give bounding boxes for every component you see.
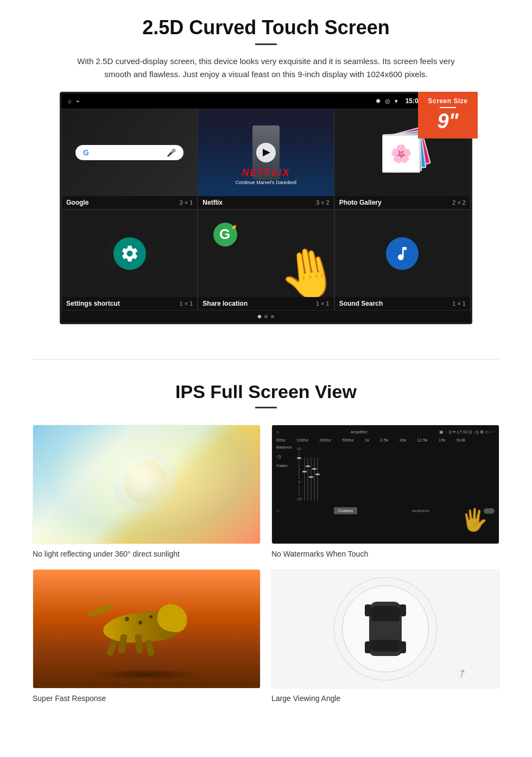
section2-underline — [255, 407, 277, 408]
share-app-size: 1 × 1 — [316, 300, 330, 307]
loudness-label: loudness — [412, 508, 429, 513]
status-left-icons: ⌂ ⌁ — [68, 98, 200, 105]
eq-group-2 — [304, 457, 305, 501]
app-cell-netflix[interactable]: NETFLIX Continue Marvel's Daredevil Netf… — [198, 109, 334, 210]
device-wrapper: Screen Size 9" ⌂ ⌁ ✱ ◎ ▾ 15:06 — [33, 92, 499, 324]
feature-item-watermark: ⌂ Amplifier ▣ ·· ◎ ▾ 17:33 ⊡ ◁) ⊠ ▭ ← 60… — [271, 425, 499, 558]
section-curved-screen: 2.5D Curved Touch Screen With 2.5D curve… — [0, 0, 532, 337]
section-ips: IPS Full Screen View No light reflecting… — [0, 381, 532, 719]
sound-app-name: Sound Search — [339, 300, 383, 307]
outer-circle — [334, 577, 437, 680]
photogallery-label-row: Photo Gallery 2 × 2 — [335, 196, 470, 209]
share-label-row: Share location 1 × 1 — [198, 297, 333, 310]
amp-prev-icon: ‹‹ — [276, 508, 279, 513]
page-indicator — [61, 311, 471, 323]
feature-item-angle: ↗ Large Viewing Angle — [271, 569, 499, 703]
netflix-app-name: Netflix — [202, 199, 223, 206]
photogallery-app-name: Photo Gallery — [339, 199, 382, 206]
sound-content — [335, 210, 470, 297]
amp-left-labels: Balance ◁) Fader 10 0 — [276, 445, 495, 503]
sky-image — [33, 425, 260, 544]
music-note-icon — [394, 245, 411, 262]
dot-2 — [264, 315, 268, 318]
eq-track-1 — [299, 452, 300, 479]
wifi-icon: ▾ — [395, 98, 398, 105]
google-mic-icon[interactable]: 🎤 — [167, 148, 176, 157]
feature-img-response — [33, 569, 261, 689]
amp-title: Amplifier — [351, 430, 368, 434]
badge-line — [440, 107, 456, 108]
feature-img-light — [33, 425, 261, 544]
google-app-name: Google — [66, 199, 88, 206]
settings-content — [62, 210, 197, 297]
section1-description: With 2.5D curved-display screen, this de… — [76, 55, 456, 81]
share-content: G 🤚 — [198, 210, 333, 297]
app-cell-settings[interactable]: Settings shortcut 1 × 1 — [61, 210, 198, 311]
share-app-name: Share location — [202, 300, 248, 307]
feature-item-response: Super Fast Response — [33, 569, 261, 703]
google-content: G 🎤 — [62, 109, 197, 196]
netflix-content: NETFLIX Continue Marvel's Daredevil — [198, 109, 333, 196]
settings-app-name: Settings shortcut — [66, 300, 120, 307]
eq-group-5 — [314, 457, 315, 501]
google-app-size: 3 × 1 — [180, 199, 193, 206]
custom-button[interactable]: Custom — [334, 507, 358, 514]
eq-group-3 — [307, 457, 308, 501]
badge-size: 9" — [426, 110, 470, 133]
feature-label-response: Super Fast Response — [33, 694, 261, 703]
eq-bars: 10 0 -10 — [296, 445, 495, 503]
settings-icon-circle — [113, 237, 146, 270]
eq-group-1: 10 0 -10 — [296, 447, 302, 501]
home-icon[interactable]: ⌂ — [68, 98, 72, 104]
app-cell-google[interactable]: G 🎤 Google 3 × 1 — [61, 109, 198, 210]
location-icon: ◎ — [385, 98, 390, 105]
bluetooth-icon: ✱ — [376, 98, 381, 105]
app-grid-row1: G 🎤 Google 3 × 1 — [61, 109, 471, 210]
netflix-subtitle-text: Continue Marvel's Daredevil — [236, 180, 296, 185]
usb-icon: ⌁ — [76, 98, 80, 105]
device-container: Screen Size 9" ⌂ ⌁ ✱ ◎ ▾ 15:06 — [60, 92, 472, 324]
settings-app-size: 1 × 1 — [180, 300, 193, 307]
play-button[interactable] — [256, 143, 276, 162]
status-bar: ⌂ ⌁ ✱ ◎ ▾ 15:06 ⊡ ◁) ⊠ ▭ — [61, 93, 471, 109]
photo-card-4: 🌸 — [382, 135, 420, 173]
cheetah-shape — [87, 602, 206, 656]
app-cell-share[interactable]: G 🤚 Share location 1 × 1 — [198, 210, 334, 311]
svg-text:G: G — [219, 226, 230, 242]
feature-label-light: No light reflecting under 360° direct su… — [33, 550, 261, 558]
hand-pointer-icon: 🤚 — [274, 241, 333, 297]
viewing-angle-arrow: ↗ — [454, 665, 469, 681]
sound-label-row: Sound Search 1 × 1 — [335, 297, 470, 310]
flower-icon: 🌸 — [390, 143, 412, 164]
google-search-bar[interactable]: G 🎤 — [75, 145, 183, 160]
section2-title: IPS Full Screen View — [33, 381, 499, 402]
car-image: ↗ — [272, 570, 499, 688]
android-screen: ⌂ ⌁ ✱ ◎ ▾ 15:06 ⊡ ◁) ⊠ ▭ — [60, 92, 472, 324]
app-grid-row2: Settings shortcut 1 × 1 G — [61, 210, 471, 311]
netflix-logo-overlay: NETFLIX Continue Marvel's Daredevil — [236, 167, 296, 185]
feature-grid: No light reflecting under 360° direct su… — [33, 425, 499, 703]
amp-header: ⌂ Amplifier ▣ ·· ◎ ▾ 17:33 ⊡ ◁) ⊠ ▭ ← — [276, 430, 495, 434]
netflix-app-size: 3 × 2 — [316, 199, 330, 206]
title-underline — [255, 43, 277, 45]
feature-item-light: No light reflecting under 360° direct su… — [33, 425, 261, 558]
netflix-label-row: Netflix 3 × 2 — [198, 196, 333, 209]
netflix-logo-text: NETFLIX — [236, 167, 296, 179]
app-cell-sound[interactable]: Sound Search 1 × 1 — [334, 210, 471, 311]
amp-freq-labels: 60hz100hz200hz500hz1k2.5k10k12.5k15kSUB — [276, 438, 495, 443]
feature-label-watermark: No Watermarks When Touch — [271, 550, 499, 558]
google-label-row: Google 3 × 1 — [62, 196, 197, 209]
photogallery-app-size: 2 × 2 — [452, 199, 466, 206]
dot-3 — [271, 315, 274, 318]
amp-status: ▣ ·· ◎ ▾ 17:33 ⊡ ◁) ⊠ ▭ ← — [439, 430, 495, 434]
feature-img-angle: ↗ — [271, 569, 499, 689]
feature-label-angle: Large Viewing Angle — [271, 694, 499, 703]
dot-1 — [258, 315, 261, 318]
section1-title: 2.5D Curved Touch Screen — [33, 16, 499, 39]
play-triangle-icon — [263, 149, 270, 156]
eq-group-4 — [311, 457, 312, 501]
google-logo: G — [83, 148, 89, 157]
settings-gear-icon — [120, 244, 140, 263]
feature-img-watermark: ⌂ Amplifier ▣ ·· ◎ ▾ 17:33 ⊡ ◁) ⊠ ▭ ← 60… — [271, 425, 499, 544]
section-divider — [33, 359, 499, 359]
